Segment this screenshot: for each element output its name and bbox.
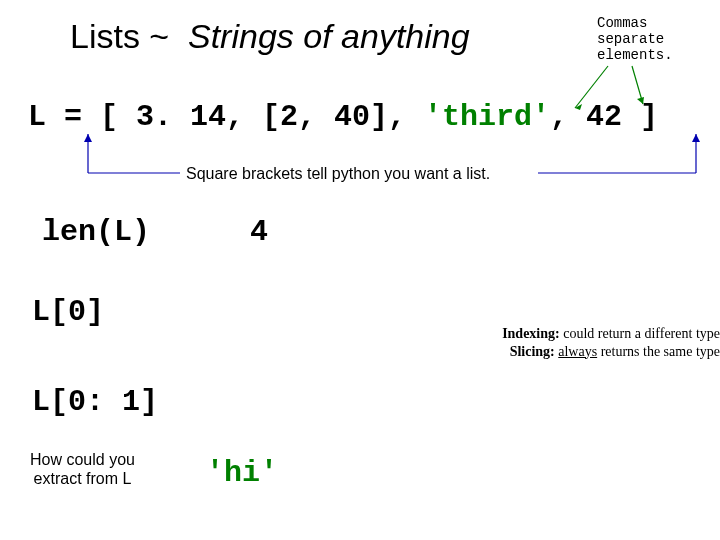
slicing-text: returns the same type (597, 344, 720, 359)
slicing-always: always (558, 344, 597, 359)
commas-note: Commas separate elements. (597, 15, 673, 63)
extract-l2: extract from L (30, 469, 135, 488)
len-result: 4 (250, 215, 268, 249)
hi-string: 'hi' (206, 456, 278, 490)
list-literal: L = [ 3. 14, [2, 40], 'third', 42 ] (28, 100, 658, 134)
indexing-slicing-note: Indexing: could return a different type … (440, 325, 720, 360)
slicing-line: Slicing: always returns the same type (440, 343, 720, 361)
brackets-caption: Square brackets tell python you want a l… (186, 165, 490, 183)
list-literal-pre: L = [ 3. 14, [2, 40], (28, 100, 424, 134)
slicing-label: Slicing: (510, 344, 555, 359)
index-zero: L[0] (32, 295, 104, 329)
len-call: len(L) (42, 215, 150, 249)
commas-note-l1: Commas (597, 15, 673, 31)
svg-marker-9 (692, 134, 700, 142)
indexing-label: Indexing: (502, 326, 560, 341)
svg-marker-6 (84, 134, 92, 142)
commas-note-l2: separate (597, 31, 673, 47)
indexing-line: Indexing: could return a different type (440, 325, 720, 343)
title-strings-of-anything: Strings of anything (188, 17, 470, 56)
list-literal-string: 'third' (424, 100, 550, 134)
svg-line-2 (632, 66, 643, 104)
extract-question: How could you extract from L (30, 450, 135, 488)
extract-l1: How could you (30, 450, 135, 469)
commas-note-l3: elements. (597, 47, 673, 63)
slice-zero-one: L[0: 1] (32, 385, 158, 419)
indexing-text: could return a different type (560, 326, 720, 341)
title-lists: Lists ~ (70, 17, 169, 56)
list-literal-post: , 42 ] (550, 100, 658, 134)
